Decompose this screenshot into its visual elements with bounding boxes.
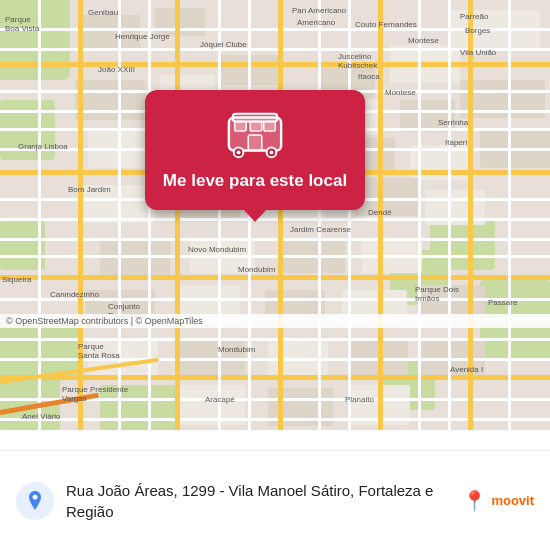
location-pin-icon (24, 490, 46, 512)
popup-text: Me leve para este local (163, 170, 347, 192)
map-container: ParqueBoa Vista Genibau Pan Americano Am… (0, 0, 550, 430)
map-attribution: © OpenStreetMap contributors | © OpenMap… (0, 314, 550, 328)
svg-rect-5 (248, 135, 262, 150)
svg-rect-3 (250, 121, 262, 131)
svg-rect-1 (233, 114, 278, 122)
bottom-bar: Rua João Áreas, 1299 - Vila Manoel Sátir… (0, 450, 550, 550)
svg-point-9 (270, 150, 274, 154)
bus-icon (225, 111, 285, 159)
moovit-pin-icon: 📍 (462, 489, 487, 513)
bus-icon-wrapper (225, 110, 285, 160)
bottom-address: Rua João Áreas, 1299 - Vila Manoel Sátir… (66, 480, 450, 522)
moovit-brand-text: moovit (491, 493, 534, 508)
location-icon (16, 482, 54, 520)
svg-point-10 (33, 494, 38, 499)
svg-point-8 (237, 150, 241, 154)
svg-rect-2 (235, 121, 247, 131)
location-popup[interactable]: Me leve para este local (145, 90, 365, 210)
moovit-logo: 📍 moovit (462, 489, 534, 513)
svg-rect-4 (264, 121, 276, 131)
